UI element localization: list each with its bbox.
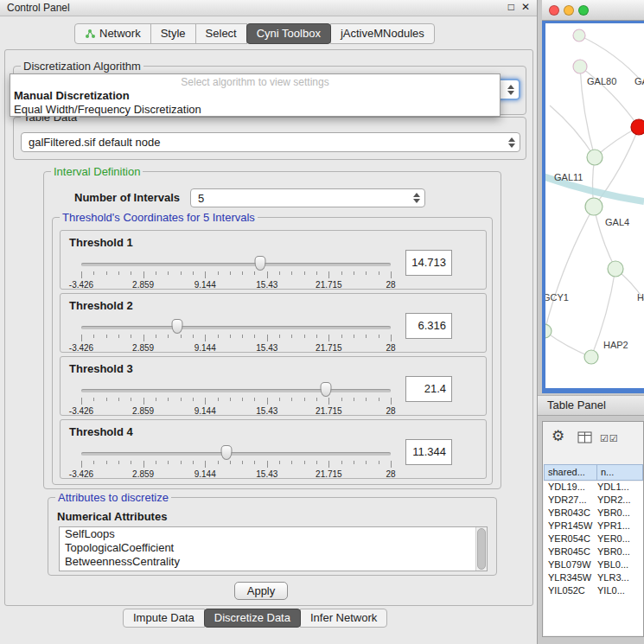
threshold-value-field[interactable]: 14.713 <box>405 250 452 276</box>
table-row[interactable]: YDL19...YDL1... <box>544 481 643 494</box>
slider-thumb[interactable] <box>221 445 233 460</box>
scale-label: -3.426 <box>69 280 93 290</box>
close-traffic-light[interactable] <box>549 5 559 16</box>
checkbox-icons[interactable]: ☑☑ <box>600 433 619 444</box>
table-row[interactable]: YPR145WYPR1... <box>544 520 643 533</box>
dropdown-item-equal-width[interactable]: Equal Width/Frequency Discretization <box>10 103 500 117</box>
network-node[interactable] <box>631 119 644 135</box>
slider-track[interactable] <box>81 389 391 392</box>
table-row[interactable]: YBR045CYBR0... <box>544 546 643 559</box>
threshold-value-field[interactable]: 11.344 <box>405 439 452 465</box>
table-row[interactable]: YLR345WYLR3... <box>544 572 643 585</box>
scale-label: 21.715 <box>316 406 342 416</box>
network-canvas[interactable]: GAL80GAGAL11GAL4GCY1HHAP2 <box>545 23 644 388</box>
dropdown-placeholder-item[interactable]: Select algorithm to view settings <box>10 75 500 89</box>
node-label: GCY1 <box>545 292 569 303</box>
table-row[interactable]: YIL052CYIL0... <box>544 585 643 598</box>
top-tab-bar: Network Style Select Cyni Toolbox jActiv… <box>74 23 435 44</box>
network-view-window: GAL80GAGAL11GAL4GCY1HHAP2 <box>542 0 644 393</box>
slider-track[interactable] <box>81 263 391 266</box>
tick-mark <box>242 461 243 464</box>
attribute-list-item[interactable]: TopologicalCoefficient <box>60 541 487 555</box>
control-panel: Control Panel □ ✕ Network Style Select C… <box>0 0 538 644</box>
network-node[interactable] <box>573 29 585 41</box>
table-data-combobox[interactable]: galFiltered.sif default node <box>21 132 520 152</box>
scrollbar[interactable] <box>475 527 487 571</box>
node-label: HAP2 <box>603 340 628 350</box>
table-row[interactable]: YBR043CYBR0... <box>544 507 643 520</box>
network-edge[interactable] <box>545 207 594 331</box>
tick-mark <box>156 461 156 464</box>
tick-mark <box>304 271 305 275</box>
algorithm-dropdown-popup: Select algorithm to view settings Manual… <box>10 73 501 117</box>
attribute-list-item[interactable]: BetweennessCentrality <box>60 555 487 569</box>
tick-mark <box>131 335 131 338</box>
table-row[interactable]: YBL079WYBL0... <box>544 559 643 572</box>
cyni-toolbox-panel: Discretization Algorithm Select algorith… <box>4 49 533 606</box>
tab-infer-network[interactable]: Infer Network <box>300 609 387 628</box>
tab-discretize-data[interactable]: Discretize Data <box>204 609 301 628</box>
gear-icon[interactable]: ⚙ <box>552 427 564 445</box>
threshold-slider[interactable]: -3.4262.8599.14415.4321.71528 <box>76 378 401 416</box>
tick-mark <box>391 461 392 468</box>
slider-track[interactable] <box>81 326 391 329</box>
network-edge[interactable] <box>594 207 615 269</box>
slider-thumb[interactable] <box>172 319 183 334</box>
table-row[interactable]: YER054CYER0... <box>544 533 643 546</box>
slider-thumb[interactable] <box>254 256 265 271</box>
slider-track[interactable] <box>81 452 391 456</box>
network-window-titlebar <box>542 0 644 21</box>
tab-impute-data[interactable]: Impute Data <box>123 609 205 628</box>
threshold-value-field[interactable]: 21.4 <box>405 376 452 402</box>
tab-select[interactable]: Select <box>195 23 247 44</box>
tab-jactivemnodules[interactable]: jActiveMNodules <box>330 23 435 44</box>
column-header-shared-name[interactable]: shared... <box>544 464 597 481</box>
tick-mark <box>205 461 206 468</box>
tick-mark <box>267 398 268 405</box>
network-node[interactable] <box>584 350 598 364</box>
threshold-label: Threshold 3 <box>69 362 133 375</box>
threshold-slider[interactable]: -3.4262.8599.14415.4321.71528 <box>76 315 401 353</box>
threshold-slider[interactable]: -3.4262.8599.14415.4321.71528 <box>76 441 401 479</box>
table-row[interactable]: YDR27...YDR2... <box>544 494 643 507</box>
network-node[interactable] <box>573 60 587 73</box>
tick-mark <box>118 461 119 464</box>
float-window-icon[interactable]: □ <box>508 1 514 13</box>
scale-label: 15.43 <box>256 469 277 479</box>
network-edge[interactable] <box>545 331 591 357</box>
apply-button[interactable]: Apply <box>234 582 288 600</box>
scale-label: 2.859 <box>132 469 154 479</box>
tick-mark <box>267 461 268 468</box>
numerical-attributes-list[interactable]: SelfLoopsTopologicalCoefficientBetweenne… <box>59 526 488 571</box>
column-header-name[interactable]: n... <box>596 464 643 481</box>
network-node[interactable] <box>608 261 623 277</box>
tick-mark <box>106 461 107 464</box>
columns-icon[interactable] <box>577 431 592 443</box>
tab-style[interactable]: Style <box>150 23 196 44</box>
scale-label: 9.144 <box>194 280 216 290</box>
threshold-slider[interactable]: -3.4262.8599.14415.4321.71528 <box>76 252 401 290</box>
tick-mark <box>379 461 379 464</box>
tick-mark <box>81 398 82 405</box>
dropdown-item-manual-discretization[interactable]: Manual Discretization <box>10 89 500 103</box>
network-node[interactable] <box>587 150 603 165</box>
number-of-intervals-combobox[interactable]: 5 <box>190 188 425 207</box>
threshold-value-field[interactable]: 6.316 <box>405 313 452 339</box>
slider-thumb[interactable] <box>320 382 331 397</box>
group-title: Discretization Algorithm <box>21 60 143 73</box>
threshold-label: Threshold 4 <box>69 425 133 438</box>
minimize-traffic-light[interactable] <box>564 5 574 16</box>
attribute-list-item[interactable]: SelfLoops <box>60 527 487 541</box>
close-icon[interactable]: ✕ <box>521 1 530 13</box>
tick-mark <box>304 461 305 464</box>
tick-mark <box>93 461 94 464</box>
tab-network[interactable]: Network <box>74 23 151 44</box>
threshold-label: Threshold 2 <box>69 299 133 312</box>
tick-mark <box>328 271 329 278</box>
scrollbar-thumb[interactable] <box>477 528 486 570</box>
scale-label: 9.144 <box>194 469 216 479</box>
network-node[interactable] <box>585 198 603 215</box>
tick-mark <box>267 335 268 341</box>
zoom-traffic-light[interactable] <box>578 5 589 16</box>
tab-cyni-toolbox[interactable]: Cyni Toolbox <box>246 23 331 44</box>
